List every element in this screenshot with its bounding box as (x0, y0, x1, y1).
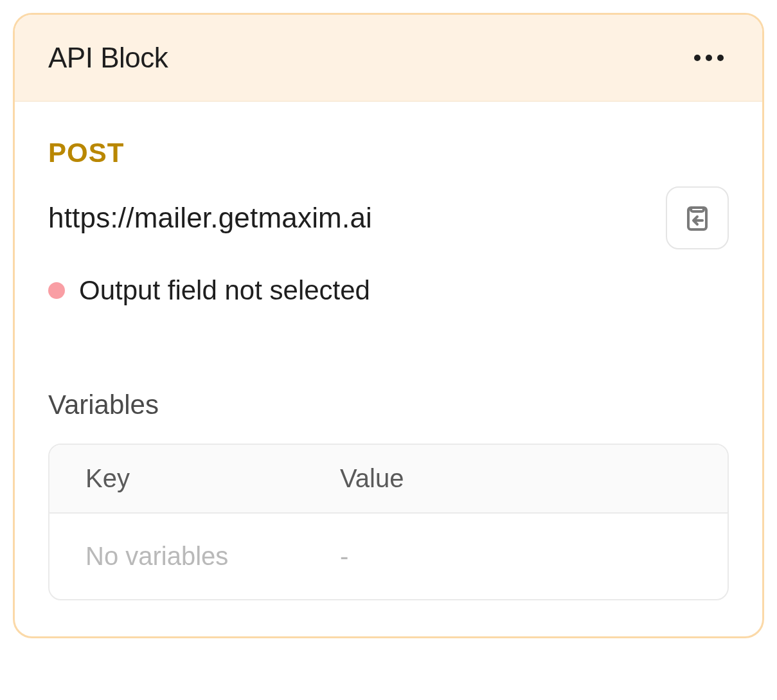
status-row: Output field not selected (48, 275, 729, 306)
api-block-card: API Block POST https://mailer.getmaxim.a… (13, 13, 764, 638)
variables-empty-row: No variables - (49, 514, 728, 599)
more-horizontal-icon (694, 55, 724, 61)
variables-section-label: Variables (48, 390, 729, 420)
column-header-value: Value (340, 464, 692, 493)
column-header-key: Key (85, 464, 340, 493)
card-title: API Block (48, 42, 168, 74)
variables-table: Key Value No variables - (48, 444, 729, 600)
card-body: POST https://mailer.getmaxim.ai Output f… (15, 102, 762, 636)
url-row: https://mailer.getmaxim.ai (48, 186, 729, 249)
status-message: Output field not selected (79, 275, 370, 306)
status-indicator-dot (48, 282, 65, 299)
empty-key-cell: No variables (85, 542, 340, 571)
variables-table-header: Key Value (49, 445, 728, 514)
import-button[interactable] (666, 186, 729, 249)
clipboard-import-icon (682, 202, 713, 233)
request-url: https://mailer.getmaxim.ai (48, 202, 372, 234)
empty-value-cell: - (340, 542, 692, 571)
card-header: API Block (15, 15, 762, 102)
http-method-label: POST (48, 138, 729, 168)
more-options-button[interactable] (689, 49, 729, 66)
